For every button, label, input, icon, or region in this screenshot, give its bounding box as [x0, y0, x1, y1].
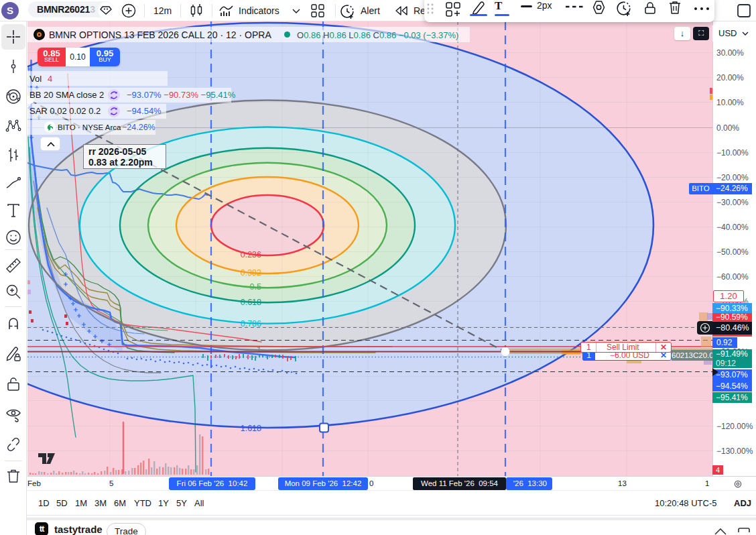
svg-text:1.618: 1.618 [241, 424, 261, 433]
svg-text:0.382: 0.382 [241, 268, 261, 278]
svg-text:0.236: 0.236 [241, 250, 261, 259]
svg-text:0.618: 0.618 [241, 298, 261, 307]
svg-text:0.5: 0.5 [250, 282, 261, 292]
svg-text:0.786: 0.786 [241, 319, 261, 329]
